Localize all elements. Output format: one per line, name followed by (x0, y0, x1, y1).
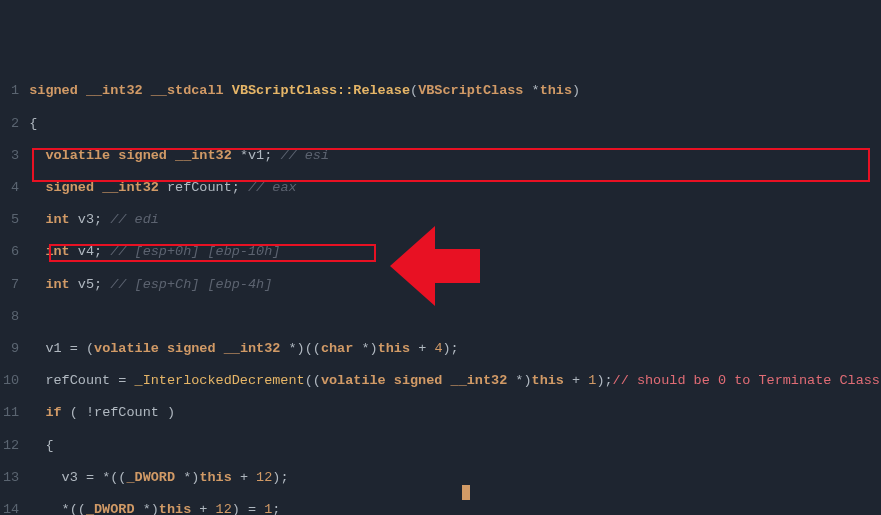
code-line[interactable]: v3 = *((_DWORD *)this + 12); (29, 470, 880, 486)
line-number: 12 (3, 438, 19, 454)
code-line[interactable]: v1 = (volatile signed __int32 *)((char *… (29, 341, 880, 357)
code-line[interactable]: signed __int32 refCount; // eax (29, 180, 880, 196)
line-number: 2 (3, 116, 19, 132)
code-line[interactable]: { (29, 438, 880, 454)
code-editor: 1 2 3 4 5 6 7 8 9 10 11 12 13 14 15 16 1… (0, 64, 881, 515)
line-number: 11 (3, 405, 19, 421)
text-cursor (462, 485, 470, 500)
code-line[interactable]: refCount = _InterlockedDecrement((volati… (29, 373, 880, 389)
code-line[interactable]: { (29, 116, 880, 132)
code-line[interactable]: volatile signed __int32 *v1; // esi (29, 148, 880, 164)
line-number: 8 (3, 309, 19, 325)
code-line[interactable] (29, 309, 880, 325)
line-number: 4 (3, 180, 19, 196)
line-number: 10 (3, 373, 19, 389)
code-line[interactable]: int v5; // [esp+Ch] [ebp-4h] (29, 277, 880, 293)
line-number: 5 (3, 212, 19, 228)
line-number: 14 (3, 502, 19, 515)
code-line[interactable]: if ( !refCount ) (29, 405, 880, 421)
line-number: 1 (3, 83, 19, 99)
code-content[interactable]: signed __int32 __stdcall VBScriptClass::… (25, 64, 880, 515)
line-number: 7 (3, 277, 19, 293)
line-number-gutter: 1 2 3 4 5 6 7 8 9 10 11 12 13 14 15 16 1… (0, 64, 25, 515)
code-line[interactable]: int v3; // edi (29, 212, 880, 228)
line-number: 9 (3, 341, 19, 357)
code-line[interactable]: signed __int32 __stdcall VBScriptClass::… (29, 83, 880, 99)
line-number: 3 (3, 148, 19, 164)
code-line[interactable]: int v4; // [esp+0h] [ebp-10h] (29, 244, 880, 260)
line-number: 13 (3, 470, 19, 486)
line-number: 6 (3, 244, 19, 260)
code-line[interactable]: *((_DWORD *)this + 12) = 1; (29, 502, 880, 515)
